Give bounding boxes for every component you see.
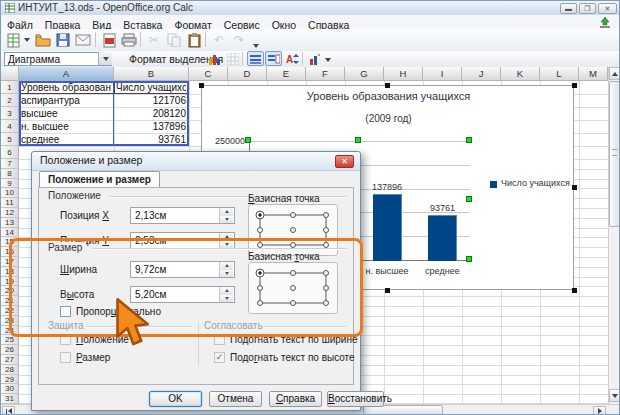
- ok-button[interactable]: OK: [149, 391, 202, 407]
- highlight-rectangle: [9, 238, 363, 337]
- column-header-M[interactable]: M: [579, 67, 608, 81]
- print-icon[interactable]: [119, 31, 139, 49]
- row-header-30[interactable]: 30: [1, 384, 19, 394]
- column-header-F[interactable]: F: [306, 67, 345, 81]
- plot-handle[interactable]: [466, 196, 472, 202]
- title-bar[interactable]: ИНТУИТ_13.ods - OpenOffice.org Calc ▬ ❐ …: [1, 1, 620, 16]
- scroll-up-icon[interactable]: [609, 67, 620, 80]
- object-selector-combo[interactable]: Диаграмма: [4, 52, 112, 66]
- open-icon[interactable]: [33, 31, 53, 49]
- toolbar2-overflow-icon[interactable]: [323, 56, 333, 64]
- legend-swatch: [490, 181, 497, 188]
- ole-handle[interactable]: [572, 83, 577, 88]
- row-header-6[interactable]: 6: [1, 146, 19, 159]
- row-header-27[interactable]: 27: [1, 355, 19, 365]
- row-header-4[interactable]: 4: [1, 120, 19, 133]
- position-group-label: Положение: [48, 190, 105, 201]
- column-header-A[interactable]: A: [19, 67, 114, 81]
- column-header-E[interactable]: E: [267, 67, 306, 81]
- row-header-2[interactable]: 2: [1, 94, 19, 107]
- new-document-dropdown-icon[interactable]: [22, 31, 31, 49]
- plot-handle[interactable]: [245, 137, 251, 143]
- new-document-icon[interactable]: [4, 31, 24, 49]
- legend-toggle-icon[interactable]: [265, 51, 282, 66]
- base-point-label-1: Базисная точка: [248, 193, 320, 204]
- отмена-button[interactable]: Отмена: [209, 391, 262, 407]
- select-all-corner[interactable]: [1, 67, 19, 81]
- row-header-31[interactable]: 31: [1, 394, 19, 404]
- row-header-29[interactable]: 29: [1, 375, 19, 385]
- spin-down-icon[interactable]: [220, 216, 233, 224]
- dialog-close-icon[interactable]: ✕: [335, 155, 354, 168]
- row-header-13[interactable]: 13: [1, 218, 19, 228]
- row-header-26[interactable]: 26: [1, 345, 19, 355]
- redo-icon: ↷: [229, 31, 249, 49]
- dialog-title: Положение и размер: [40, 154, 142, 166]
- position-x-label: Позиция X: [60, 210, 109, 221]
- row-header-8[interactable]: 8: [1, 169, 19, 179]
- chart-toolbar: Диаграмма Формат выделения A: [1, 51, 620, 68]
- horizontal-grid-toggle-icon[interactable]: [247, 51, 264, 66]
- minimize-icon[interactable]: ▬: [560, 3, 577, 14]
- column-header-B[interactable]: B: [114, 67, 189, 81]
- scroll-down-icon[interactable]: [609, 389, 620, 402]
- legend-label[interactable]: Число учащихся: [501, 178, 570, 188]
- восстановить-button[interactable]: Восстановить: [327, 391, 384, 407]
- ole-handle[interactable]: [385, 288, 390, 293]
- column-header-J[interactable]: J: [462, 67, 501, 81]
- chart-autoformat-icon[interactable]: [306, 51, 323, 66]
- position-x-field[interactable]: 2,13см: [130, 207, 235, 224]
- справка-button[interactable]: Справка: [269, 391, 322, 407]
- update-available-icon[interactable]: [599, 17, 611, 28]
- column-header-H[interactable]: H: [384, 67, 423, 81]
- row-header-9[interactable]: 9: [1, 179, 19, 189]
- cut-icon: ✂: [144, 31, 164, 49]
- column-header-G[interactable]: G: [345, 67, 384, 81]
- object-selector-dropdown-icon[interactable]: [98, 52, 112, 65]
- column-header-L[interactable]: L: [540, 67, 579, 81]
- menu-bar: ФайлПравкаВидВставкаФорматСервисОкноСпра…: [1, 15, 620, 30]
- column-header-I[interactable]: I: [423, 67, 462, 81]
- row-header-14[interactable]: 14: [1, 228, 19, 238]
- bar-н. высшее[interactable]: [373, 194, 402, 261]
- close-icon[interactable]: ✕: [598, 3, 617, 14]
- restore-icon[interactable]: ❐: [579, 3, 596, 14]
- row-header-28[interactable]: 28: [1, 365, 19, 375]
- plot-handle[interactable]: [355, 137, 361, 143]
- plot-handle[interactable]: [466, 137, 472, 143]
- row-header-5[interactable]: 5: [1, 133, 19, 146]
- plot-handle[interactable]: [466, 256, 472, 262]
- row-header-7[interactable]: 7: [1, 159, 19, 169]
- email-icon[interactable]: [73, 31, 93, 49]
- protect-size-checkbox: [60, 352, 71, 363]
- chart-subtitle[interactable]: (2009 год): [202, 113, 575, 124]
- ole-handle[interactable]: [572, 288, 577, 293]
- column-header-C[interactable]: C: [189, 67, 228, 81]
- ole-handle[interactable]: [199, 83, 204, 88]
- ole-handle[interactable]: [385, 83, 390, 88]
- fit-height-label: Подогнать текст по высоте: [230, 352, 355, 363]
- sheet-tab-first-icon[interactable]: [2, 406, 15, 415]
- pdf-export-icon[interactable]: [99, 31, 119, 49]
- column-header-K[interactable]: K: [501, 67, 540, 81]
- row-header-3[interactable]: 3: [1, 107, 19, 120]
- chart-type-icon[interactable]: [206, 51, 223, 66]
- bar-среднее[interactable]: [428, 215, 457, 261]
- tab-position-and-size[interactable]: Положение и размер: [39, 171, 160, 188]
- standard-toolbar: ✂ ↶ ↷: [1, 29, 620, 52]
- text-scale-icon[interactable]: A: [284, 51, 301, 66]
- bar-value-label: 93761: [412, 203, 472, 213]
- column-header-D[interactable]: D: [228, 67, 267, 81]
- paste-icon[interactable]: [184, 31, 204, 49]
- ole-handle[interactable]: [572, 185, 577, 190]
- x-category-label: среднее: [407, 266, 477, 276]
- row-header-10[interactable]: 10: [1, 188, 19, 198]
- chart-title[interactable]: Уровень образования учащихся: [202, 90, 575, 102]
- row-header-1[interactable]: 1: [1, 81, 19, 94]
- row-header-12[interactable]: 12: [1, 208, 19, 218]
- dialog-title-bar[interactable]: Положение и размер ✕: [32, 152, 360, 171]
- calc-window: ИНТУИТ_13.ods - OpenOffice.org Calc ▬ ❐ …: [0, 0, 620, 415]
- scroll-right-icon[interactable]: [593, 406, 606, 415]
- save-icon[interactable]: [53, 31, 73, 49]
- row-header-11[interactable]: 11: [1, 198, 19, 208]
